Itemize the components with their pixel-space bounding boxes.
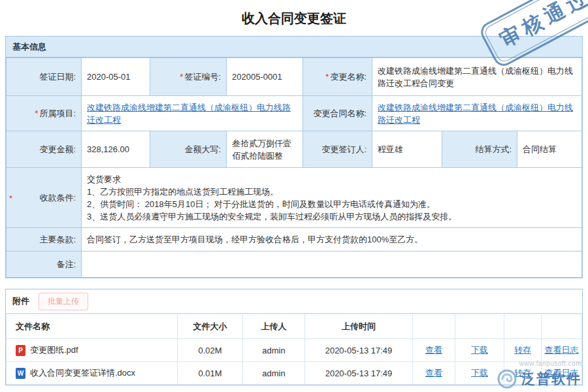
amount-label: 变更金额: [7,131,82,168]
receipt-terms-line: 交货要求 [87,173,576,186]
vendor-url: www.fanpusoft.com [497,360,581,367]
row-main-terms: 主要条款: 合同签订，乙方送货至甲方项目现场，经甲方验收合格后，甲方支付货款的1… [7,228,582,252]
signer-label: 变更签订人: [303,131,372,168]
attachments-header: 附件 批量上传 [6,289,582,314]
attachment-row: P 变更图纸.pdf 0.02M admin 2020-05-13 17:49 … [7,339,582,362]
col-action-download [455,314,504,339]
file-name-cell: W 收入合同变更签证详情.docx [7,362,178,385]
file-upload-time: 2020-05-13 17:49 [305,339,413,362]
vendor-watermark: www.fanpusoft.com 泛普软件 [497,360,581,389]
file-name: 变更图纸.pdf [30,344,78,356]
vendor-brand-name: 泛普软件 [521,370,581,388]
receipt-terms-line: 2、供货时间： 2018年5月10日； 对于分批送货的，时间及数量以甲方电话或传… [87,198,576,210]
sign-no-value: 202005-0001 [227,58,303,96]
view-log-link[interactable]: 查看日志 [545,345,579,355]
attachments-table: 文件名称 文件大小 上传人 上传时间 P 变更图纸.pdf 0.02M admi… [6,314,582,385]
amount-value: 328,126.00 [82,131,150,168]
col-action-log [542,314,582,339]
required-mark: * [325,72,329,82]
change-name-value: 改建铁路成渝线增建第二直通线（成渝枢纽）电力线路迁改工程合同变更 [372,58,582,96]
vendor-logo-icon [497,368,517,389]
file-uploader: admin [243,362,305,385]
amount-caps-label: 金额大写: [150,131,227,168]
col-file-size: 文件大小 [178,314,243,339]
word-file-icon: W [16,368,25,379]
col-upload-time: 上传时间 [305,314,413,339]
basic-info-table: 签证日期: 2020-05-01 *签证编号: 202005-0001 *变更名… [6,57,582,278]
row-remark: 备注: [7,252,582,278]
file-uploader: admin [243,339,305,362]
attachments-section-title: 附件 [12,295,29,307]
sign-no-label: *签证编号: [150,58,227,96]
required-mark: * [180,72,183,82]
file-size: 0.02M [178,339,243,362]
file-size: 0.01M [178,362,243,385]
receipt-terms-line: 3、送货人员必须遵守甲方施工现场的安全规定，装卸车过程必须听从甲方现场人员的指挥… [87,210,576,223]
change-contract-label: 变更合同名称: [303,96,372,131]
row-amount: 变更金额: 328,126.00 金额大写: 叁拾贰万捌仟壹佰贰拾陆圆整 变更签… [7,131,582,168]
row-receipt-terms: *收款条件: 交货要求 1、乙方按照甲方指定的地点送货到工程施工现场。 2、供货… [7,168,582,228]
required-mark: * [35,108,38,118]
download-link[interactable]: 下载 [471,345,488,355]
main-terms-label: 主要条款: [7,228,82,252]
file-name-cell: P 变更图纸.pdf [7,339,178,362]
receipt-terms-line: 1、乙方按照甲方指定的地点送货到工程施工现场。 [87,186,576,198]
main-terms-value: 合同签订，乙方送货至甲方项目现场，经甲方验收合格后，甲方支付货款的100%至乙方… [82,228,582,252]
required-mark: * [9,193,12,203]
col-file-name: 文件名称 [7,314,178,339]
settlement-label: 结算方式: [442,131,517,168]
remark-value [82,252,582,278]
saveas-link[interactable]: 转存 [514,345,531,355]
change-name-label: *变更名称: [303,58,372,96]
change-contract-value: 改建铁路成渝线增建第二直通线（成渝枢纽）电力线路迁改工程 [372,96,582,131]
sign-date-value: 2020-05-01 [82,58,150,96]
row-project: *所属项目: 改建铁路成渝线增建第二直通线（成渝枢纽）电力线路迁改工程 变更合同… [7,96,582,131]
batch-upload-button[interactable]: 批量上传 [39,293,88,310]
row-sign-date: 签证日期: 2020-05-01 *签证编号: 202005-0001 *变更名… [7,58,582,96]
view-link[interactable]: 查看 [425,345,442,355]
pdf-file-icon: P [16,345,25,356]
project-link[interactable]: 改建铁路成渝线增建第二直通线（成渝枢纽）电力线路迁改工程 [87,103,291,125]
receipt-terms-label: *收款条件: [7,168,82,228]
col-action-saveas [504,314,542,339]
file-name: 收入合同变更签证详情.docx [30,367,135,379]
col-uploader: 上传人 [243,314,305,339]
file-upload-time: 2020-05-13 17:49 [305,362,413,385]
download-link[interactable]: 下载 [471,368,488,378]
project-label: *所属项目: [7,96,82,131]
settlement-value: 合同结算 [517,131,582,168]
basic-info-panel: 基本信息 签证日期: 2020-05-01 *签证编号: 202005-0001… [5,36,583,278]
sign-date-label: 签证日期: [7,58,82,96]
remark-label: 备注: [7,252,82,278]
attachments-header-row: 文件名称 文件大小 上传人 上传时间 [7,314,582,339]
receipt-terms-value: 交货要求 1、乙方按照甲方指定的地点送货到工程施工现场。 2、供货时间： 201… [82,168,582,228]
view-link[interactable]: 查看 [425,368,442,378]
change-contract-link[interactable]: 改建铁路成渝线增建第二直通线（成渝枢纽）电力线路迁改工程 [378,103,573,125]
attachment-row: W 收入合同变更签证详情.docx 0.01M admin 2020-05-13… [7,362,582,385]
signer-value: 程亚雄 [372,131,442,168]
col-action-view [413,314,455,339]
amount-caps-value: 叁拾贰万捌仟壹佰贰拾陆圆整 [227,131,303,168]
project-value: 改建铁路成渝线增建第二直通线（成渝枢纽）电力线路迁改工程 [82,96,303,131]
